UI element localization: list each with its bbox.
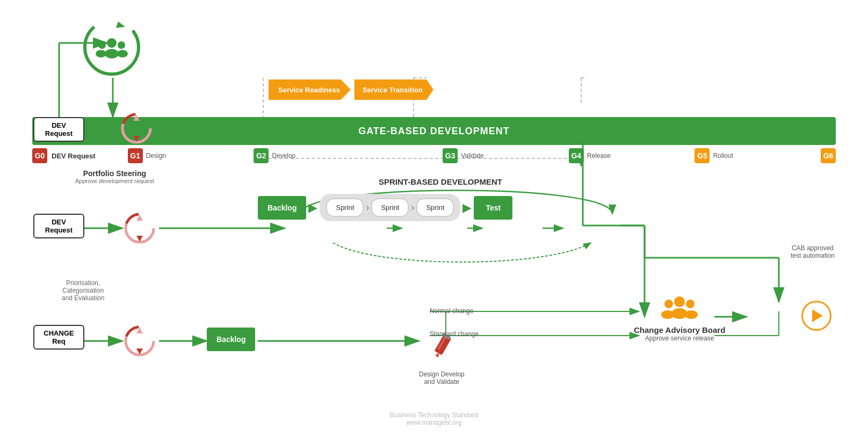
change-normal-label: Normal change	[430, 307, 473, 315]
gate-g6-badge: G6	[821, 148, 836, 163]
gate-g5-group: G5 Rollout	[695, 148, 821, 163]
svg-point-40	[96, 50, 106, 57]
sprint-test: Test	[474, 196, 512, 220]
cab-approved-line1: CAB approved	[791, 244, 835, 252]
gate-g5-badge: G5	[695, 148, 710, 163]
gate-g4-group: G4 Release	[569, 148, 695, 163]
service-readiness-text: Service Readiness	[278, 86, 340, 94]
priorisation-line2: Categorisation	[62, 287, 104, 294]
gate-g3-label: Validate	[461, 152, 483, 159]
cycle-icon-3	[122, 324, 157, 360]
change-backlog-box: Backlog	[207, 328, 255, 351]
gate-g4-badge: G4	[569, 148, 584, 163]
gate-g0-badge: G0	[32, 148, 47, 163]
change-standard-label: Standard change	[430, 330, 479, 338]
arrow-2: ▶	[462, 201, 472, 215]
gate-g2-badge: G2	[254, 148, 269, 163]
sprint-arrow-2: ›	[411, 202, 414, 213]
change-req-text: CHANGE Req	[44, 329, 74, 345]
cab-title: Change Advisory Board	[634, 325, 725, 335]
gate-g1-badge: G1	[128, 148, 143, 163]
svg-point-62	[661, 310, 674, 319]
cycle-svg-1	[119, 111, 154, 146]
sprint-1: Sprint	[326, 198, 364, 217]
ddv-line2: and Validate	[419, 378, 465, 386]
cycle-icon-2	[122, 211, 157, 248]
cycle-svg-2	[122, 211, 157, 245]
team-icon	[79, 15, 144, 79]
service-readiness-badge: Service Readiness	[269, 79, 351, 100]
ddv-line1: Design Develop	[419, 370, 465, 378]
svg-point-39	[98, 41, 106, 49]
portfolio-label: Portfolio Steering Approve development r…	[75, 169, 154, 184]
sprint-title: SPRINT-BASED DEVELOPMENT	[258, 177, 623, 186]
dev-request-text-1: DEV Request	[45, 121, 73, 137]
cab-approved-line2: test automation	[791, 252, 835, 259]
gate-g3-group: G3 Validate	[443, 148, 569, 163]
change-req-box: CHANGE Req	[33, 325, 84, 350]
cab-icon-container	[634, 294, 725, 322]
svg-point-42	[117, 50, 128, 57]
cab-subtitle: Approve service release	[634, 335, 725, 342]
arrow-1: ▶	[308, 201, 317, 215]
sprint-group: Sprint › Sprint › Sprint	[320, 194, 460, 221]
service-transition-badge: Service Transition	[348, 79, 433, 100]
portfolio-subtitle: Approve development request	[75, 178, 154, 184]
svg-point-38	[105, 49, 119, 59]
svg-marker-36	[116, 21, 125, 28]
service-transition-text: Service Transition	[363, 86, 423, 94]
cycle-svg-3	[122, 324, 157, 358]
gates-row: G0 DEV Request G1 Design G2 Develop G3 V…	[32, 145, 836, 166]
gate-g1-label: Design	[146, 152, 166, 159]
footer-line1: Business Technology Standard	[390, 411, 479, 419]
change-backlog: Backlog	[207, 328, 255, 351]
sprint-flow: Backlog ▶ Sprint › Sprint › Sprint ▶ Tes…	[258, 194, 623, 221]
dev-request-box-2: DEV Request	[33, 214, 84, 238]
ddv-label: Design Develop and Validate	[419, 370, 465, 386]
gate-g1-group: G1 Design	[128, 148, 254, 163]
play-button[interactable]	[801, 301, 831, 331]
gate-g6-group: G6	[821, 148, 836, 163]
cab-section: Change Advisory Board Approve service re…	[634, 294, 725, 342]
priorisation-line1: Priorisation,	[62, 279, 104, 287]
cab-approved-label: CAB approved test automation	[791, 244, 835, 259]
play-triangle	[812, 309, 823, 322]
gate-g0: G0	[32, 148, 47, 163]
sprint-2: Sprint	[371, 198, 409, 217]
gate-g2-label: Develop	[272, 152, 295, 159]
gate-g3-badge: G3	[443, 148, 458, 163]
change-standard-text: Standard change	[430, 330, 479, 338]
dev-request-text-2: DEV Request	[45, 218, 73, 234]
portfolio-title: Portfolio Steering	[75, 169, 154, 178]
sprint-section: SPRINT-BASED DEVELOPMENT Backlog ▶ Sprin…	[258, 177, 623, 221]
gate-g4-label: Release	[587, 152, 611, 159]
team-icon-container	[79, 15, 144, 79]
footer: Business Technology Standard www.manageb…	[390, 411, 479, 426]
sprint-arrow-1: ›	[366, 202, 369, 213]
svg-point-61	[664, 300, 673, 308]
priorisation-label: Priorisation, Categorisation and Evaluat…	[62, 279, 104, 302]
svg-point-37	[107, 38, 117, 48]
dev-request-box-1: DEV Request	[33, 117, 84, 142]
change-normal-text: Normal change	[430, 307, 473, 315]
cycle-icon-1	[119, 111, 154, 148]
svg-point-41	[118, 41, 125, 49]
svg-marker-56	[435, 352, 439, 358]
sr-banner: Service Readiness Service Transition	[269, 79, 433, 100]
sprint-backlog: Backlog	[258, 196, 306, 220]
gate-g5-label: Rollout	[713, 152, 733, 159]
footer-line2: www.managebt.org	[390, 419, 479, 426]
svg-point-59	[674, 296, 685, 307]
svg-point-64	[685, 310, 698, 319]
sprint-3: Sprint	[416, 198, 454, 217]
priorisation-line3: and Evaluation	[62, 294, 104, 302]
dev-request-label-1: DEV Request	[52, 152, 96, 160]
svg-point-63	[686, 300, 695, 308]
diagram-container: Service Readiness Service Transition GAT…	[0, 0, 868, 436]
gate-bar-label: GATE-BASED DEVELOPMENT	[358, 126, 510, 137]
gate-g2-group: G2 Develop	[254, 148, 443, 163]
cab-people-icon	[660, 294, 699, 322]
